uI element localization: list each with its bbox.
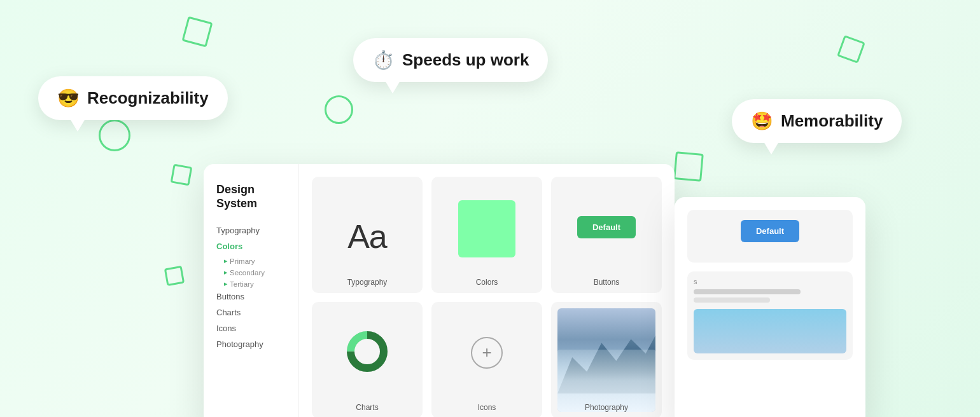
secondary-default-button[interactable]: Default [741, 220, 799, 242]
default-button[interactable]: Default [577, 216, 636, 238]
bubble-recognizability: 😎 Recognizability [38, 76, 228, 120]
bubble-memorability: 🤩 Memorability [732, 99, 902, 143]
sidebar: Design System Typography Colors Primary … [204, 164, 299, 417]
icons-tile[interactable]: + Icons [431, 302, 542, 417]
recognizability-text: Recognizability [87, 88, 209, 108]
memorability-emoji: 🤩 [751, 111, 773, 132]
buttons-label: Buttons [594, 278, 620, 287]
sidebar-item-icons[interactable]: Icons [216, 324, 286, 333]
typography-tile[interactable]: Aa Typography [312, 177, 423, 293]
secondary-label: s [694, 278, 697, 285]
sidebar-item-charts[interactable]: Charts [216, 308, 286, 317]
secondary-card: Default s [675, 197, 865, 417]
sidebar-title: Design System [216, 183, 286, 210]
sidebar-subitem-tertiary[interactable]: Tertiary [224, 280, 286, 288]
colors-label: Colors [476, 278, 498, 287]
photography-tile[interactable]: Photography [551, 302, 662, 417]
sidebar-subitem-primary[interactable]: Primary [224, 257, 286, 265]
photo-preview [557, 308, 655, 412]
sidebar-item-typography[interactable]: Typography [216, 226, 286, 235]
typography-label: Typography [347, 278, 388, 287]
sidebar-item-colors[interactable]: Colors [216, 242, 286, 251]
buttons-tile[interactable]: Default Buttons [551, 177, 662, 293]
plus-icon: + [471, 337, 503, 369]
placeholder-line-2 [694, 297, 770, 303]
colors-tile[interactable]: Colors [431, 177, 542, 293]
charts-label: Charts [356, 403, 378, 412]
icons-label: Icons [478, 403, 496, 412]
deco-square-5 [164, 266, 185, 286]
typography-sample: Aa [347, 217, 387, 256]
content-grid: Aa Typography Colors Default Buttons [299, 164, 675, 417]
sidebar-subitem-secondary[interactable]: Secondary [224, 269, 286, 277]
donut-chart [345, 329, 389, 376]
deco-circle-1 [99, 120, 130, 151]
speeds-emoji: ⏱️ [372, 50, 395, 71]
recognizability-emoji: 😎 [57, 88, 80, 109]
deco-square-4 [673, 151, 704, 182]
design-system-card: Design System Typography Colors Primary … [204, 164, 675, 417]
charts-tile[interactable]: Charts [312, 302, 423, 417]
photography-label: Photography [585, 403, 628, 412]
color-swatch-green [458, 200, 515, 257]
placeholder-line-1 [694, 289, 801, 294]
bubble-speeds-up-work: ⏱️ Speeds up work [353, 38, 548, 82]
deco-square-1 [182, 17, 213, 48]
deco-square-2 [171, 164, 193, 186]
deco-circle-2 [325, 95, 353, 124]
sidebar-item-buttons[interactable]: Buttons [216, 292, 286, 301]
sidebar-item-photography[interactable]: Photography [216, 339, 286, 349]
memorability-text: Memorability [781, 111, 883, 131]
secondary-photo [694, 309, 846, 353]
deco-square-3 [837, 35, 865, 64]
speeds-text: Speeds up work [402, 50, 529, 70]
